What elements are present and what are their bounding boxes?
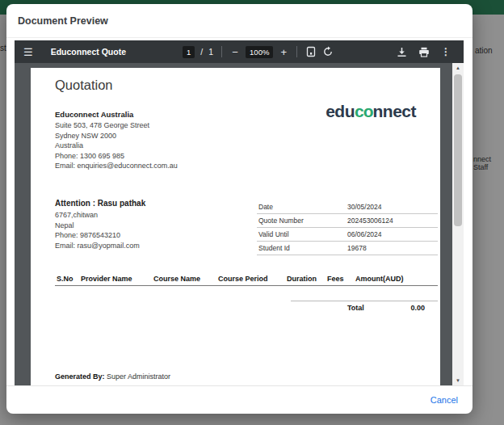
dialog-title: Document Preview (18, 15, 108, 27)
company-address-line: Phone: 1300 695 985 (55, 151, 178, 162)
quote-info-row: Quote Number 202453006124 (257, 214, 438, 228)
pdf-toolbar: ☰ Educonnect Quote 1 / 1 − 100% + (15, 40, 464, 63)
document-preview-dialog: Document Preview ☰ Educonnect Quote 1 / … (6, 4, 472, 414)
pdf-document-title: Educonnect Quote (51, 47, 126, 57)
pdf-scrollbar[interactable]: ▲ ▼ (452, 63, 464, 385)
items-column-header: Fees (327, 275, 344, 283)
items-column-header: S.No (57, 275, 74, 283)
rotate-icon (322, 46, 334, 57)
pdf-toolbar-right: ⋮ (397, 40, 464, 63)
scroll-down-icon[interactable]: ▼ (452, 378, 464, 383)
educonnect-logo: educonnect (326, 102, 416, 121)
items-column-header: Provider Name (81, 275, 132, 283)
quote-info-row: Student Id 19678 (257, 242, 438, 255)
cancel-button[interactable]: Cancel (430, 395, 458, 405)
quote-info-table: Date 30/05/2024 Quote Number 20245300612… (257, 200, 438, 255)
rotate-button[interactable] (322, 46, 334, 57)
screen: st ation nnect Staff Document Preview ☰ … (0, 0, 504, 425)
items-column-header: Amount(AUD) (355, 275, 403, 283)
dialog-header: Document Preview (6, 4, 472, 38)
attention-line: Email: rasu@yopmail.com (55, 241, 140, 251)
fit-to-page-icon (305, 46, 317, 57)
company-address-line: Australia (55, 141, 178, 151)
attention-line: Phone: 9876543210 (55, 230, 140, 241)
page-total: 1 (208, 47, 213, 57)
print-icon (418, 47, 430, 57)
pdf-viewer-body: Quotation Educonnect Australia Suite 503… (15, 63, 464, 385)
quote-info-row: Valid Until 06/06/2024 (257, 228, 438, 242)
items-column-header: Course Period (218, 275, 268, 283)
quote-info-label: Quote Number (258, 217, 304, 225)
page-separator: / (200, 47, 203, 57)
more-options-button[interactable]: ⋮ (441, 46, 451, 57)
quote-info-label: Date (258, 203, 273, 211)
scroll-up-icon[interactable]: ▲ (452, 65, 464, 70)
quote-info-value: 19678 (347, 244, 367, 252)
company-address-line: Suite 503, 478 George Street (55, 120, 178, 131)
toolbar-divider (296, 46, 297, 57)
items-column-header: Course Name (153, 275, 200, 283)
quote-info-value: 30/05/2024 (347, 203, 382, 211)
print-button[interactable] (418, 47, 430, 57)
quotation-title: Quotation (55, 78, 113, 93)
total-label: Total (347, 304, 364, 312)
zoom-in-button[interactable]: + (279, 46, 288, 58)
items-column-header: Duration (287, 275, 317, 283)
company-address: Suite 503, 478 George Street Sydney NSW … (55, 120, 178, 171)
fit-to-page-button[interactable] (305, 46, 317, 57)
items-table-rule (55, 285, 438, 286)
pdf-viewer: ☰ Educonnect Quote 1 / 1 − 100% + (15, 40, 464, 385)
company-address-line: Email: enquiries@educonnect.com.au (55, 161, 178, 171)
quote-info-row: Date 30/05/2024 (257, 200, 438, 214)
pdf-page: Quotation Educonnect Australia Suite 503… (31, 68, 440, 385)
generated-by: Generated By: Super Administrator (55, 372, 170, 381)
quote-info-label: Student Id (258, 244, 290, 252)
dialog-footer: Cancel (6, 385, 472, 414)
scrollbar-thumb[interactable] (454, 74, 462, 226)
download-icon (397, 47, 407, 57)
zoom-level-input[interactable]: 100% (246, 46, 273, 58)
attention-line: 6767,chitwan (55, 210, 140, 221)
logo-part-1: edu (326, 102, 355, 120)
quote-info-label: Valid Until (258, 230, 289, 238)
zoom-out-button[interactable]: − (230, 46, 240, 58)
generated-by-label: Generated By: (55, 372, 105, 381)
attention-address: 6767,chitwan Nepal Phone: 9876543210 Ema… (55, 210, 140, 250)
page-number-input[interactable]: 1 (183, 46, 195, 58)
pdf-toolbar-center: 1 / 1 − 100% + (183, 40, 334, 63)
download-button[interactable] (397, 47, 407, 57)
total-value: 0.00 (386, 304, 425, 312)
logo-part-2: co (355, 102, 373, 120)
quote-info-value: 06/06/2024 (347, 230, 382, 238)
quote-info-value: 202453006124 (347, 217, 393, 225)
total-rule (291, 301, 438, 301)
attention-heading: Attention : Rasu pathak (55, 199, 145, 208)
company-address-line: Sydney NSW 2000 (55, 131, 178, 141)
company-name: Educonnect Australia (55, 110, 133, 119)
items-table-header: S.No Provider Name Course Name Course Pe… (31, 275, 440, 286)
logo-part-3: nnect (372, 102, 416, 120)
toolbar-divider (221, 46, 222, 57)
menu-icon[interactable]: ☰ (23, 47, 33, 57)
generated-by-value: Super Administrator (107, 372, 170, 381)
attention-line: Nepal (55, 221, 140, 231)
